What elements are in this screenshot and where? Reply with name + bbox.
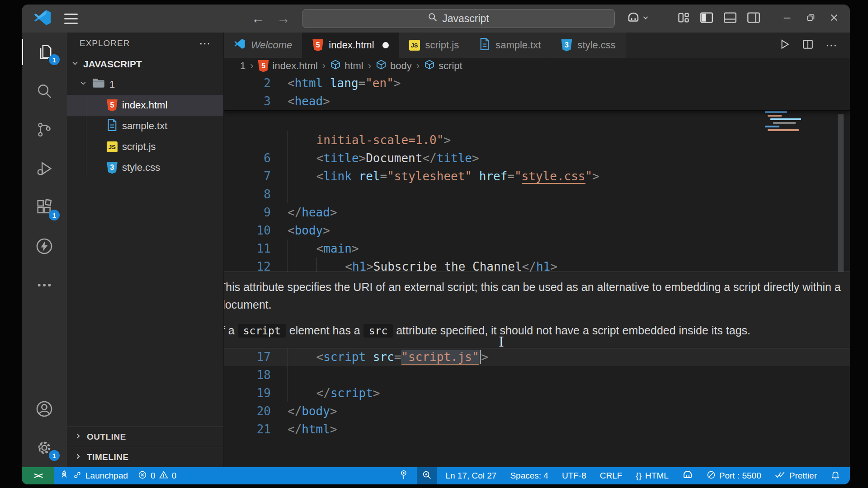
breadcrumb-item-index-html[interactable]: 5index.html — [258, 60, 318, 72]
code-line-20[interactable]: 20</body> — [224, 402, 850, 420]
close-icon[interactable] — [829, 13, 839, 24]
js-icon: JS — [107, 141, 118, 152]
tab-index-html[interactable]: 5index.html — [302, 33, 399, 58]
tab-style-css[interactable]: 3style.css — [551, 33, 626, 58]
code-line-19[interactable]: 19</script> — [224, 384, 850, 402]
run-debug-icon[interactable] — [22, 149, 67, 188]
code-line-9[interactable]: 9</head> — [224, 203, 850, 221]
lightning-view-icon[interactable] — [22, 227, 67, 266]
source-control-icon[interactable] — [22, 110, 67, 149]
chevron-down-icon — [71, 59, 80, 70]
code-line-8[interactable]: 8 — [224, 185, 850, 203]
explorer-more-icon[interactable]: ⋯ — [199, 41, 212, 46]
workspace-section[interactable]: JAVASCRIPT — [67, 54, 223, 74]
breadcrumb-item-1[interactable]: 1 — [240, 60, 245, 72]
back-icon[interactable]: ← — [251, 12, 265, 25]
html5-icon: 5 — [312, 39, 323, 52]
more-actions-icon[interactable]: ⋯ — [826, 43, 838, 47]
text-caret — [480, 350, 481, 364]
explorer-sidebar: EXPLORER ⋯ JAVASCRIPT 1 5index.htmlsampl… — [67, 33, 224, 467]
chevron-right-icon — [74, 432, 82, 442]
folder-item[interactable]: 1 — [67, 74, 223, 95]
tab-bar: Welcome5index.htmlJSscript.jssample.txt3… — [224, 33, 850, 58]
notifications-item[interactable] — [826, 467, 845, 484]
code-line-2[interactable]: 2<html lang="en"> — [224, 74, 850, 92]
language-mode[interactable]: {} HTML — [631, 467, 673, 484]
code-editor[interactable]: 2<html lang="en">3<head> initial-scale=1… — [224, 74, 850, 467]
outline-section[interactable]: OUTLINE — [67, 427, 223, 447]
launchpad-item[interactable]: Launchpad — [54, 467, 133, 484]
problems-item[interactable]: 0 0 — [133, 467, 181, 484]
breadcrumb-item-body[interactable]: body — [376, 59, 412, 73]
breadcrumb-item-html[interactable]: html — [330, 59, 363, 73]
code-line[interactable]: initial-scale=1.0"> — [224, 131, 850, 149]
js-icon: JS — [409, 40, 420, 51]
editor-scrollbar[interactable] — [838, 114, 844, 295]
file-item-style.css[interactable]: 3style.css — [67, 157, 223, 178]
encoding[interactable]: UTF-8 — [557, 467, 591, 484]
code-line-21[interactable]: 21</html> — [224, 420, 850, 438]
run-preview-icon[interactable] — [778, 38, 790, 52]
code-line-7[interactable]: 7<link rel="stylesheet" href="style.css"… — [224, 167, 850, 185]
timeline-section[interactable]: TIMELINE — [67, 447, 223, 467]
indentation[interactable]: Spaces: 4 — [505, 467, 553, 484]
code-line-10[interactable]: 10<body> — [224, 221, 850, 239]
minimize-icon[interactable] — [782, 13, 792, 24]
port-item[interactable]: Port : 5500 — [702, 467, 766, 484]
settings-gear-icon[interactable]: 1 — [22, 428, 67, 467]
prettier-label: Prettier — [789, 471, 817, 481]
explorer-view-icon[interactable]: 1 — [22, 33, 67, 71]
warnings-icon — [159, 470, 168, 482]
split-editor-icon[interactable] — [802, 38, 814, 52]
breadcrumb-separator: › — [322, 60, 326, 72]
copilot-status[interactable] — [677, 467, 698, 484]
toggle-sidebar-icon[interactable] — [700, 11, 713, 26]
forward-icon[interactable]: → — [277, 12, 290, 25]
cursor-position[interactable]: Ln 17, Col 27 — [440, 467, 501, 484]
customize-layout-icon[interactable] — [677, 11, 690, 26]
zoom-item[interactable] — [417, 467, 437, 484]
breadcrumb-label: index.html — [273, 60, 318, 72]
breadcrumb-item-script[interactable]: script — [424, 59, 462, 73]
vscode-logo-icon — [33, 9, 52, 28]
line-number: 18 — [224, 366, 271, 384]
code-line-18[interactable]: 18 — [224, 366, 850, 384]
code-line-6[interactable]: 6<title>Document</title> — [224, 149, 850, 167]
search-view-icon[interactable] — [22, 71, 67, 110]
code-line-11[interactable]: 11<main> — [224, 239, 850, 258]
search-input[interactable]: Javascript — [302, 9, 615, 28]
minimap-line — [768, 129, 799, 131]
minimap-line — [770, 118, 801, 120]
file-label: sample.txt — [122, 120, 167, 132]
prettier-item[interactable]: Prettier — [770, 467, 822, 484]
file-item-sample.txt[interactable]: sample.txt — [67, 116, 223, 136]
account-icon[interactable] — [22, 389, 67, 428]
copilot-menu[interactable] — [627, 12, 649, 25]
file-item-script.js[interactable]: JSscript.js — [67, 136, 223, 157]
modified-dot-icon[interactable] — [382, 42, 389, 48]
remote-indicator[interactable]: >< — [22, 467, 54, 484]
outline-label: OUTLINE — [87, 432, 126, 442]
file-item-index.html[interactable]: 5index.html — [67, 95, 223, 116]
minimap-line — [765, 111, 787, 113]
toggle-panel-icon[interactable] — [723, 11, 737, 26]
activity-bar: 1 1 — [22, 33, 67, 467]
link-icon — [73, 470, 82, 482]
more-views-icon[interactable] — [22, 266, 67, 305]
tab-script-js[interactable]: JSscript.js — [399, 33, 470, 58]
toggle-secondary-sidebar-icon[interactable] — [747, 11, 760, 26]
screencast-item[interactable] — [394, 467, 413, 484]
restore-icon[interactable] — [806, 13, 816, 24]
tab-welcome[interactable]: Welcome — [224, 33, 302, 58]
code-line-17[interactable]: 17<script src="script.js"> — [224, 348, 850, 366]
menu-icon[interactable] — [64, 14, 78, 24]
sticky-scroll[interactable]: 2<html lang="en">3<head> — [224, 74, 850, 111]
minimap-line — [768, 115, 782, 117]
eol-sequence[interactable]: CRLF — [595, 467, 627, 484]
tab-sample-txt[interactable]: sample.txt — [469, 33, 551, 58]
double-check-icon — [775, 470, 786, 482]
code-chip: script — [238, 324, 286, 338]
extensions-icon[interactable]: 1 — [22, 188, 67, 227]
code-line-3[interactable]: 3<head> — [224, 92, 850, 110]
text-file-icon — [479, 38, 490, 53]
